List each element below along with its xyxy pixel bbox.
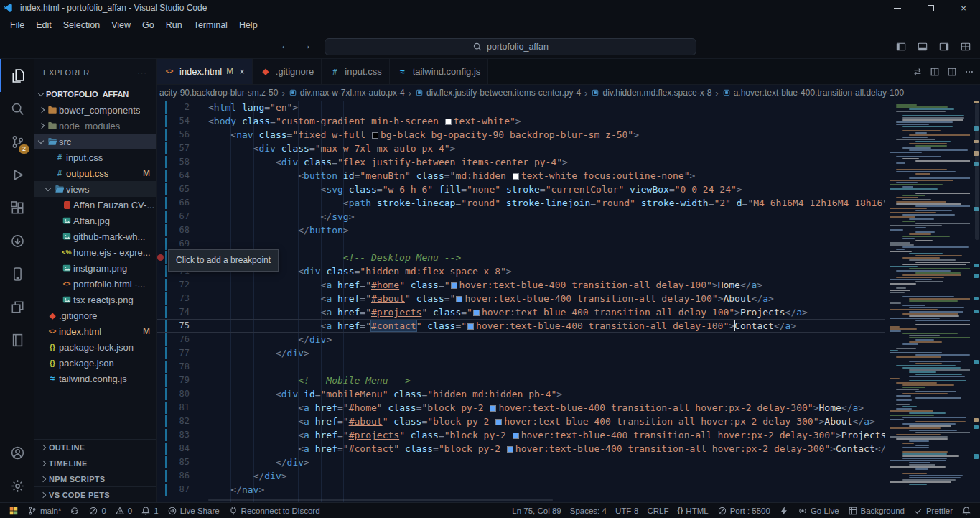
bell-count[interactable]: 1 — [136, 503, 162, 518]
code-line[interactable]: 83 <a href="#projects" class="block py-2… — [157, 428, 980, 442]
language-mode[interactable]: {}HTML — [673, 503, 713, 518]
activity-editor-layouts[interactable] — [0, 290, 34, 323]
gutter[interactable]: 78 — [157, 360, 208, 374]
gutter[interactable]: 72 — [157, 278, 208, 292]
activity-extensions[interactable] — [0, 191, 34, 224]
maximize-button[interactable] — [914, 0, 947, 16]
gutter[interactable]: 2 — [157, 101, 208, 114]
vertical-scrollbar[interactable] — [975, 103, 979, 240]
gutter[interactable]: 74 — [157, 305, 208, 319]
gutter[interactable]: 73 — [157, 292, 208, 305]
code-line[interactable]: 67 </svg> — [157, 210, 980, 223]
extension-status[interactable] — [775, 503, 793, 518]
code-line[interactable]: 57 <div class="max-w-7xl mx-auto px-4"> — [157, 142, 980, 155]
code-line[interactable]: 81 <a href="#home" class="block py-2 hov… — [157, 401, 980, 415]
panel-timeline[interactable]: TIMELINE — [34, 455, 156, 471]
tree-root[interactable]: PORTOFOLIO_AFFAN — [34, 86, 156, 102]
layout-left[interactable] — [892, 38, 910, 55]
layout-custom[interactable] — [957, 38, 974, 55]
code-line[interactable]: 76 </div> — [157, 333, 980, 346]
go-live[interactable]: Go Live — [793, 503, 844, 518]
split-icon[interactable] — [947, 67, 957, 77]
tree-item-index-html[interactable]: <>index.htmlM — [34, 323, 156, 339]
prettier[interactable]: Prettier — [909, 503, 957, 518]
code-line[interactable]: 68 </button> — [157, 223, 980, 237]
background-ext[interactable]: Background — [844, 503, 909, 518]
tree-item-instgram-png[interactable]: instgram.png — [34, 260, 156, 276]
command-center-search[interactable]: portofolio_affan — [325, 38, 696, 55]
git-branch[interactable]: main* — [23, 503, 65, 518]
activity-run-debug[interactable] — [0, 158, 34, 191]
activity-notebook[interactable] — [0, 323, 34, 356]
back-arrow-icon[interactable]: ← — [280, 39, 291, 51]
code-line[interactable]: 84 <a href="#contact" class="block py-2 … — [157, 442, 980, 455]
activity-explorer[interactable] — [0, 59, 34, 92]
tree-item--gitignore[interactable]: ◆.gitignore — [34, 307, 156, 323]
live-share[interactable]: Live Share — [163, 503, 224, 518]
tree-item-affan-fauzan-cv-[interactable]: Affan Fauzan CV-... — [34, 197, 156, 213]
code-line[interactable]: 87 </nav> — [157, 483, 980, 496]
tree-item-views[interactable]: views — [34, 181, 156, 197]
tree-item-package-lock-json[interactable]: {}package-lock.json — [34, 339, 156, 355]
gutter[interactable]: 76 — [157, 333, 208, 346]
close-icon[interactable]: × — [239, 66, 245, 77]
indentation[interactable]: Spaces: 4 — [566, 503, 611, 518]
minimap[interactable] — [885, 101, 980, 502]
tree-item-affan-jpg[interactable]: Affan.jpg — [34, 213, 156, 228]
activity-live-share[interactable] — [0, 224, 34, 257]
gutter[interactable]: 54 — [157, 114, 208, 128]
tree-item-tailwind-config-js[interactable]: ≈tailwind.config.js — [34, 371, 156, 387]
cols-icon[interactable] — [930, 67, 940, 77]
code-line[interactable]: 78 — [157, 360, 980, 374]
panel-outline[interactable]: OUTLINE — [34, 439, 156, 455]
remote-indicator[interactable] — [4, 503, 23, 518]
code-line[interactable]: 77 </div> — [157, 346, 980, 360]
menu-run[interactable]: Run — [160, 18, 188, 32]
code-line[interactable]: 2<html lang="en"> — [157, 101, 980, 114]
layout-bottom[interactable] — [914, 38, 931, 55]
activity-search[interactable] — [0, 92, 34, 125]
eol[interactable]: CRLF — [643, 503, 673, 518]
tab-tailwind-config-js[interactable]: ≈tailwind.config.js — [390, 59, 489, 84]
tree-item-home-ejs-expre-[interactable]: <%home.ejs - expre... — [34, 244, 156, 260]
menu-view[interactable]: View — [106, 18, 136, 32]
gutter[interactable]: 66 — [157, 196, 208, 210]
code-line[interactable]: 72 <a href="#home" class="hover:text-blu… — [157, 278, 980, 292]
code-line[interactable]: 54<body class="custom-gradient min-h-scr… — [157, 114, 980, 128]
code-line[interactable]: 71 <div class="hidden md:flex space-x-8"… — [157, 264, 980, 278]
more-actions-icon[interactable] — [964, 67, 974, 77]
gutter[interactable]: 56 — [157, 128, 208, 142]
gutter[interactable]: 67 — [157, 210, 208, 223]
gutter[interactable]: 77 — [157, 346, 208, 360]
activity-settings[interactable] — [0, 469, 34, 502]
layout-right[interactable] — [935, 38, 953, 55]
code-line[interactable]: 64 <button id="menuBtn" class="md:hidden… — [157, 169, 980, 182]
menu-edit[interactable]: Edit — [30, 18, 57, 32]
cursor-position[interactable]: Ln 75, Col 89 — [508, 503, 565, 518]
gutter[interactable]: 57 — [157, 142, 208, 155]
code-line[interactable]: 58 <div class="flex justify-between item… — [157, 155, 980, 169]
tree-item-tsx-reactjs-png[interactable]: tsx reactjs.png — [34, 292, 156, 307]
breadcrumb-item[interactable]: div.max-w-7xl.mx-auto.px-4 — [289, 88, 405, 98]
gutter[interactable]: 64 — [157, 169, 208, 182]
swap-icon[interactable] — [913, 67, 923, 77]
tree-item-github-mark-wh-[interactable]: github-mark-wh... — [34, 228, 156, 244]
panel-vs-code-pets[interactable]: VS CODE PETS — [34, 486, 156, 502]
gutter[interactable]: 84 — [157, 442, 208, 455]
menu-terminal[interactable]: Terminal — [188, 18, 233, 32]
encoding[interactable]: UTF-8 — [611, 503, 643, 518]
code-line[interactable]: 82 <a href="#about" class="block py-2 ho… — [157, 415, 980, 428]
code-line[interactable]: 66 <path stroke-linecap="round" stroke-l… — [157, 196, 980, 210]
breakpoint-dot[interactable] — [157, 254, 164, 261]
gutter[interactable]: 83 — [157, 428, 208, 442]
code-line[interactable]: 79 <!-- Mobile Menu --> — [157, 374, 980, 387]
horizontal-scrollbar[interactable] — [208, 499, 553, 501]
errors[interactable]: 0 — [84, 503, 110, 518]
menu-help[interactable]: Help — [233, 18, 263, 32]
panel-npm-scripts[interactable]: NPM SCRIPTS — [34, 471, 156, 486]
notifications[interactable] — [957, 503, 976, 518]
tab-index-html[interactable]: <>index.htmlM× — [157, 59, 253, 84]
tree-item-output-css[interactable]: #output.cssM — [34, 165, 156, 181]
tree-item-package-json[interactable]: {}package.json — [34, 355, 156, 371]
tree-item-bower-components[interactable]: bower_components — [34, 102, 156, 118]
